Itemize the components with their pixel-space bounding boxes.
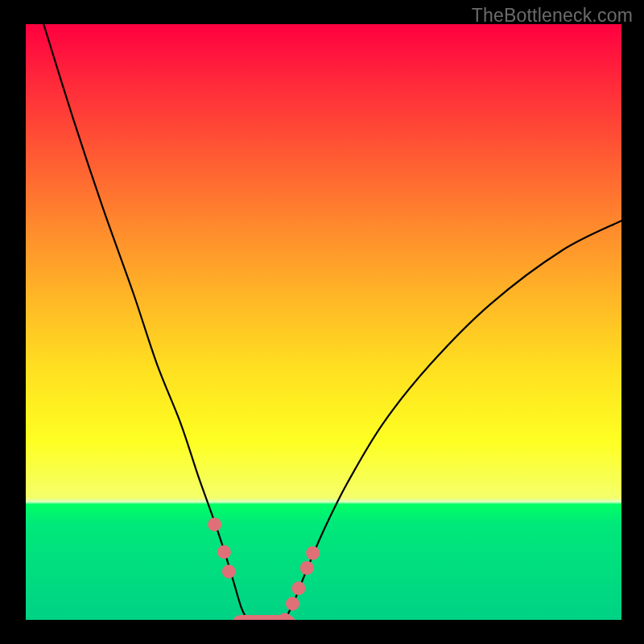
marker-dot: [300, 561, 314, 575]
marker-dot: [208, 518, 221, 531]
plot-area: [26, 24, 621, 620]
series-right-curve: [285, 221, 621, 620]
marker-dot: [291, 581, 305, 595]
marker-dot: [306, 547, 320, 560]
marker-dot: [217, 545, 231, 559]
chart-svg: [26, 24, 621, 620]
marker-dot: [286, 597, 299, 611]
watermark-text: TheBottleneck.com: [472, 5, 633, 27]
marker-dot: [278, 613, 291, 621]
marker-dot: [222, 565, 236, 579]
chart-frame: TheBottleneck.com: [0, 0, 644, 644]
